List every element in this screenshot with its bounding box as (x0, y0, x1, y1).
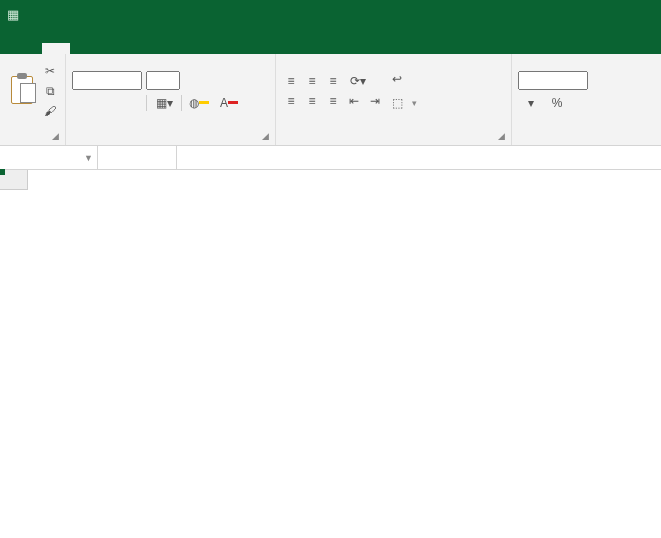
paste-button[interactable] (6, 58, 37, 124)
chevron-down-icon[interactable]: ▼ (84, 153, 93, 163)
clipboard-launcher-icon[interactable]: ◢ (52, 131, 59, 141)
cut-icon[interactable]: ✂ (41, 62, 59, 80)
name-box[interactable]: ▼ (0, 146, 98, 169)
font-color-icon[interactable]: A (216, 94, 242, 112)
wrap-text-button[interactable]: ↩ (388, 70, 417, 88)
group-alignment: ≡ ≡ ≡ ⟳▾ ≡ ≡ ≡ ⇤ ⇥ ↩ (276, 54, 512, 145)
group-font: ▦▾ ◍ A ◢ (66, 54, 276, 145)
bold-button[interactable] (72, 94, 90, 112)
paste-icon (11, 76, 33, 104)
ribbon-tabs (0, 28, 661, 54)
excel-icon: ▦ (4, 5, 22, 23)
merge-icon: ⬚ (388, 94, 406, 112)
alignment-launcher-icon[interactable]: ◢ (498, 131, 505, 141)
align-bottom-icon[interactable]: ≡ (324, 72, 342, 90)
grow-font-icon[interactable] (184, 71, 202, 89)
group-clipboard: ✂ ⧉ 🖌 ◢ (0, 54, 66, 145)
cancel-icon[interactable] (98, 149, 124, 167)
fx-icon[interactable] (150, 149, 176, 167)
align-right-icon[interactable]: ≡ (324, 92, 342, 110)
font-name-select[interactable] (72, 71, 142, 90)
format-painter-icon[interactable]: 🖌 (41, 102, 59, 120)
save-icon[interactable] (28, 5, 46, 23)
group-label-font: ◢ (72, 141, 269, 143)
align-left-icon[interactable]: ≡ (282, 92, 300, 110)
select-all-corner[interactable] (0, 170, 28, 190)
align-middle-icon[interactable]: ≡ (303, 72, 321, 90)
tab-home[interactable] (42, 43, 70, 54)
redo-icon[interactable] (76, 5, 94, 23)
merge-center-button[interactable]: ⬚ ▾ (388, 94, 417, 112)
quick-access-toolbar: ▦ (4, 5, 118, 23)
chevron-down-icon: ▾ (412, 98, 417, 108)
copy-icon[interactable]: ⧉ (41, 82, 59, 100)
fill-color-icon[interactable]: ◍ (186, 94, 212, 112)
number-format-select[interactable] (518, 71, 588, 90)
title-bar: ▦ (0, 0, 661, 28)
tab-insert[interactable] (70, 43, 98, 54)
italic-button[interactable] (94, 94, 112, 112)
underline-button[interactable] (116, 94, 142, 112)
decrease-indent-icon[interactable]: ⇤ (345, 92, 363, 110)
orientation-icon[interactable]: ⟳▾ (345, 72, 371, 90)
align-center-icon[interactable]: ≡ (303, 92, 321, 110)
group-number: ▾ % (512, 54, 661, 145)
tab-data[interactable] (154, 43, 182, 54)
tab-file[interactable] (14, 43, 42, 54)
tab-formulas[interactable] (126, 43, 154, 54)
formula-input[interactable] (177, 146, 661, 169)
ribbon: ✂ ⧉ 🖌 ◢ (0, 54, 661, 146)
undo-icon[interactable] (52, 5, 70, 23)
enter-icon[interactable] (124, 149, 150, 167)
align-top-icon[interactable]: ≡ (282, 72, 300, 90)
borders-icon[interactable]: ▦▾ (151, 94, 177, 112)
wrap-text-icon: ↩ (388, 70, 406, 88)
group-label-clipboard: ◢ (6, 141, 59, 143)
group-label-alignment: ◢ (282, 141, 505, 143)
group-label-number (518, 141, 655, 143)
shrink-font-icon[interactable] (206, 71, 224, 89)
tab-page-layout[interactable] (98, 43, 126, 54)
accounting-format-icon[interactable]: ▾ (518, 94, 544, 112)
font-size-select[interactable] (146, 71, 180, 90)
percent-format-icon[interactable]: % (548, 94, 566, 112)
qat-more-icon[interactable] (100, 5, 118, 23)
formula-bar: ▼ (0, 146, 661, 170)
worksheet-grid[interactable] (0, 170, 661, 538)
increase-indent-icon[interactable]: ⇥ (366, 92, 384, 110)
font-launcher-icon[interactable]: ◢ (262, 131, 269, 141)
